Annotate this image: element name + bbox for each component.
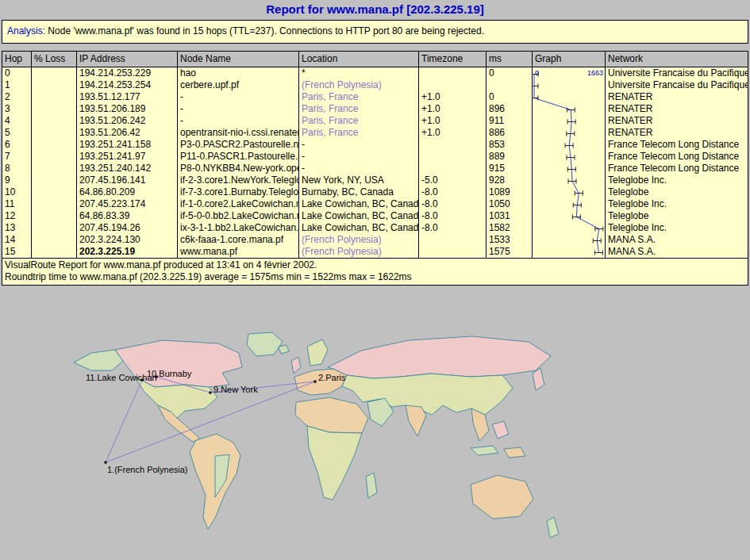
cell-timezone [419,246,487,258]
continents [74,332,559,538]
page-title: Report for www.mana.pf [202.3.225.19] [0,2,750,16]
cell-loss [32,115,77,127]
cell-node: www.mana.pf [178,246,299,258]
cell-timezone: -8.0 [419,222,487,234]
cell-node: opentransit-nio-i.cssi.renater.fr [178,127,299,139]
cell-hop: 15 [2,246,32,258]
cell-node: if-1-0.core2.LakeCowichan.net [178,198,299,210]
cell-loss [32,163,77,175]
table-row[interactable]: 4193.51.206.242-Paris, France+1.0911RENA… [2,115,748,127]
map-point-new-york [210,392,212,394]
column-header-node-name[interactable]: Node Name [178,52,299,67]
analysis-box: Analysis: Node 'www.mana.pf' was found i… [2,20,748,44]
cell-location: Lake Cowichan, BC, Canada [299,222,419,234]
cell-location: (French Polynesia) [299,79,419,91]
cell-location: Paris, France [299,127,419,139]
cell-network: France Telecom Long Distance [606,163,748,175]
cell-node: ix-3-1-1.bb2.LakeCowichan.net [178,222,299,234]
table-row[interactable]: 11207.45.223.174if-1-0.core2.LakeCowicha… [2,198,748,210]
cell-graph [533,79,606,91]
cell-graph [533,210,606,222]
table-row[interactable]: 0194.214.253.229hao*0Universite Francais… [2,67,748,79]
cell-node: hao [178,67,299,79]
cell-hop: 14 [2,234,32,246]
cell-ip: 202.3.224.130 [77,234,178,246]
cell-network: RENATER [606,115,748,127]
table-row[interactable]: 6193.251.241.158P3-0.PASCR2.Pastourelle.… [2,139,748,151]
cell-ms: 915 [487,163,533,175]
continent-madagascar [366,473,377,498]
cell-network: RENATER [606,103,748,115]
column-header-loss[interactable]: % Loss [32,52,77,67]
cell-node: if-5-0-0.bb2.LakeCowichan.net [178,210,299,222]
cell-ms: 886 [487,127,533,139]
table-row[interactable]: 2193.51.12.177-Paris, France+1.00RENATER [2,91,748,103]
cell-graph [533,139,606,151]
column-header-hop[interactable]: Hop [2,52,32,67]
continent-india [406,405,426,436]
cell-ip: 193.51.206.242 [77,115,178,127]
table-row[interactable]: 1194.214.253.254cerbere.upf.pf(French Po… [2,79,748,91]
cell-graph [533,222,606,234]
column-header-ms[interactable]: ms [487,52,533,67]
cell-graph [533,186,606,198]
table-row[interactable]: 13207.45.194.26ix-3-1-1.bb2.LakeCowichan… [2,222,748,234]
cell-ip: 193.51.206.42 [77,127,178,139]
cell-hop: 4 [2,115,32,127]
cell-graph [533,151,606,163]
cell-node: if-2-3.core1.NewYork.Teleglobe.net [178,175,299,186]
cell-loss [32,234,77,246]
cell-hop: 11 [2,198,32,210]
table-row[interactable]: 5193.51.206.42opentransit-nio-i.cssi.ren… [2,127,748,139]
cell-ip: 194.214.253.254 [77,79,178,91]
column-header-location[interactable]: Location [299,52,419,67]
table-row[interactable]: 3193.51.206.189-Paris, France+1.0896RENA… [2,103,748,115]
route-table: Hop% LossIP AddressNode NameLocationTime… [2,51,748,286]
cell-timezone: -8.0 [419,210,487,222]
continent-north-africa [295,397,368,433]
cell-location: - [299,139,419,151]
cell-hop: 6 [2,139,32,151]
cell-node: P8-0.NYKBB4.New-york.opentransit.net [178,163,299,175]
cell-timezone [419,234,487,246]
table-row[interactable]: 15202.3.225.19www.mana.pf(French Polynes… [2,246,748,258]
table-row[interactable]: 9207.45.196.141if-2-3.core1.NewYork.Tele… [2,175,748,186]
cell-ip: 64.86.83.39 [77,210,178,222]
cell-hop: 13 [2,222,32,234]
cell-network: RENATER [606,91,748,103]
cell-timezone [419,163,487,175]
cell-network: Universite Francaise du Pacifique [606,79,748,91]
cell-node: - [178,91,299,103]
cell-ms: 928 [487,175,533,186]
world-map[interactable]: 1.(French Polynesia)2.Paris9.New York10.… [60,329,567,555]
cell-node: cerbere.upf.pf [178,79,299,91]
table-row[interactable]: 14202.3.224.130c6k-faaa-1.core.mana.pf(F… [2,234,748,246]
cell-network: Teleglobe [606,210,748,222]
cell-graph [533,115,606,127]
cell-hop: 0 [2,67,32,79]
cell-timezone: -8.0 [419,198,487,210]
cell-ms: 1089 [487,186,533,198]
cell-ip: 207.45.223.174 [77,198,178,210]
table-row[interactable]: 7193.251.241.97P11-0.PASCR1.Pastourelle.… [2,151,748,163]
cell-node: c6k-faaa-1.core.mana.pf [178,234,299,246]
column-header-ip-address[interactable]: IP Address [77,52,178,67]
cell-node: - [178,103,299,115]
continent-indonesia-2 [504,447,525,458]
continent-australia [471,475,533,519]
cell-ip: 193.251.241.97 [77,151,178,163]
table-row[interactable]: 8193.251.240.142P8-0.NYKBB4.New-york.ope… [2,163,748,175]
cell-location: * [299,67,419,79]
column-header-graph[interactable]: Graph [533,52,606,67]
cell-hop: 9 [2,175,32,186]
table-row[interactable]: 1264.86.83.39if-5-0-0.bb2.LakeCowichan.n… [2,210,748,222]
cell-ms: 853 [487,139,533,151]
cell-timezone [419,79,487,91]
column-header-network[interactable]: Network [606,52,748,67]
cell-hop: 3 [2,103,32,115]
column-header-timezone[interactable]: Timezone [419,52,487,67]
continent-asia [342,374,513,415]
cell-network: France Telecom Long Distance [606,139,748,151]
table-row[interactable]: 1064.86.80.209if-7-3.core1.Burnaby.Teleg… [2,186,748,198]
cell-ms: 0 [487,67,533,79]
